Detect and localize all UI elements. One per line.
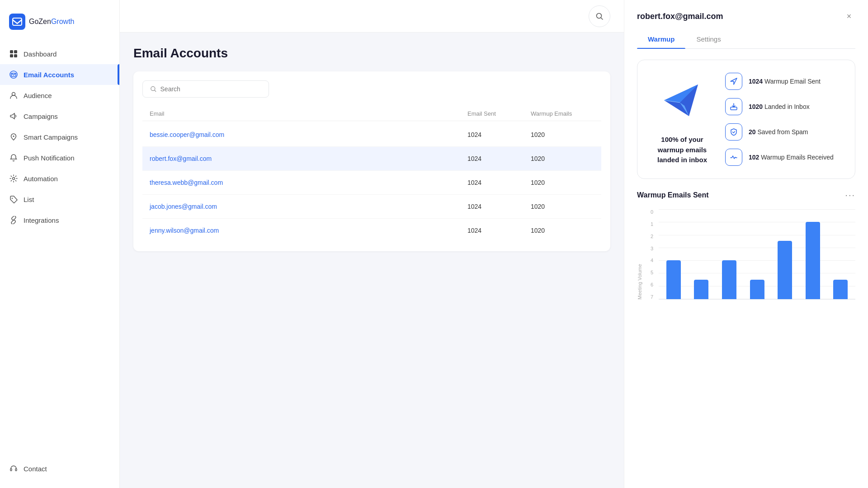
svg-point-14 (597, 13, 602, 18)
sidebar-item-smart-campaigns-label: Smart Campaigns (24, 133, 78, 141)
sidebar-item-smart-campaigns[interactable]: Smart Campaigns (0, 127, 119, 147)
chart-y-label: 4 (646, 258, 653, 263)
chart-bar (750, 280, 764, 299)
search-input[interactable] (160, 85, 261, 93)
table-row[interactable]: jacob.jones@gmail.com 1024 1020 (142, 195, 601, 219)
panel-body: 100% of your warmup emails landed in inb… (624, 49, 868, 488)
table-sent: 1024 (467, 203, 531, 210)
table-warmup: 1020 (531, 155, 594, 162)
table-warmup: 1020 (531, 131, 594, 138)
bar-col (802, 222, 824, 299)
svg-rect-3 (14, 50, 17, 53)
chart-y-label: 7 (646, 294, 653, 300)
headset-icon (9, 464, 18, 473)
sidebar-item-contact-label: Contact (24, 465, 47, 473)
table-header: Email Email Sent Warmup Emails (142, 107, 601, 121)
chart-y-axis-label: Meeting Volume (637, 209, 642, 300)
sidebar-bottom: Contact (0, 458, 119, 479)
sidebar-item-automation[interactable]: Automation (0, 168, 119, 189)
right-panel: robert.fox@gmail.com × Warmup Settings (624, 0, 868, 488)
table-sent: 1024 (467, 155, 531, 162)
bar-col (746, 280, 769, 299)
col-sent: Email Sent (467, 110, 531, 117)
warmup-stats: 1024 Warmup Email Sent 1020 Landed in In… (725, 73, 844, 166)
svg-point-11 (12, 198, 13, 199)
table-row[interactable]: bessie.cooper@gmail.com 1024 1020 (142, 123, 601, 147)
sidebar-item-email-accounts-label: Email Accounts (24, 71, 74, 79)
chart-y-axis: 76543210 (646, 209, 653, 300)
sidebar-item-contact[interactable]: Contact (0, 458, 119, 479)
table-row[interactable]: theresa.webb@gmail.com 1024 1020 (142, 171, 601, 195)
tab-settings[interactable]: Settings (685, 30, 731, 48)
chart-gridline (659, 248, 855, 248)
chart-y-label: 1 (646, 221, 653, 227)
sidebar-item-dashboard[interactable]: Dashboard (0, 43, 119, 64)
table-sent: 1024 (467, 131, 531, 138)
panel-header: robert.fox@gmail.com × (624, 0, 868, 23)
table-row[interactable]: jenny.wilson@gmail.com 1024 1020 (142, 219, 601, 242)
search-bar-icon (150, 85, 157, 93)
chart-bar (833, 280, 848, 299)
stat-received-text: 102 Warmup Emails Received (749, 154, 834, 161)
sidebar-item-dashboard-label: Dashboard (24, 50, 57, 58)
sidebar-item-email-accounts[interactable]: Email Accounts (0, 64, 119, 85)
chart-y-label: 3 (646, 246, 653, 251)
table-warmup: 1020 (531, 179, 594, 186)
warmup-left: 100% of your warmup emails landed in inb… (648, 73, 716, 165)
sidebar-item-push-notification-label: Push Notification (24, 154, 75, 162)
bar-col (774, 241, 796, 299)
sidebar-item-list[interactable]: List (0, 189, 119, 210)
search-bar[interactable] (142, 80, 269, 98)
tag-icon (9, 195, 18, 204)
chart-gridline (659, 273, 855, 273)
stat-inbox-text: 1020 Landed in Inbox (749, 103, 810, 110)
top-search-button[interactable] (589, 5, 610, 27)
sidebar-item-integrations[interactable]: Integrations (0, 210, 119, 230)
table-row[interactable]: robert.fox@gmail.com 1024 1020 (142, 147, 601, 171)
svg-rect-12 (10, 469, 12, 471)
rocket-icon (9, 132, 18, 141)
sidebar-item-campaigns-label: Campaigns (24, 113, 58, 120)
chart-y-label: 6 (646, 282, 653, 287)
sidebar-item-push-notification[interactable]: Push Notification (0, 147, 119, 168)
bar-col (718, 260, 741, 299)
sidebar-item-automation-label: Automation (24, 175, 58, 183)
svg-rect-20 (731, 107, 737, 110)
chart-gridline (659, 222, 855, 222)
sidebar-item-audience[interactable]: Audience (0, 85, 119, 106)
main-content: Email Accounts Email Email Sent Warmup E… (120, 0, 624, 488)
chart-bar (666, 260, 681, 299)
page-body: Email Accounts Email Email Sent Warmup E… (120, 33, 624, 488)
chart-y-label: 5 (646, 270, 653, 275)
col-warmup: Warmup Emails (531, 110, 594, 117)
table-email: robert.fox@gmail.com (150, 155, 467, 162)
table-email: bessie.cooper@gmail.com (150, 131, 467, 138)
person-icon (9, 91, 18, 100)
chart-y-label: 2 (646, 234, 653, 239)
stat-received: 102 Warmup Emails Received (725, 149, 844, 166)
sidebar-item-campaigns[interactable]: Campaigns (0, 106, 119, 127)
svg-point-9 (13, 136, 14, 137)
svg-point-10 (13, 178, 15, 180)
svg-rect-4 (10, 54, 13, 57)
chart-bar (806, 222, 820, 299)
chart-menu-button[interactable]: ··· (845, 190, 855, 200)
bar-col (829, 280, 852, 299)
stat-inbox: 1020 Landed in Inbox (725, 98, 844, 115)
logo-icon (9, 14, 25, 30)
inbox-down-icon (725, 98, 742, 115)
link-icon (9, 216, 18, 225)
table-warmup: 1020 (531, 227, 594, 234)
chart-bars (659, 209, 855, 300)
send-icon (725, 73, 742, 90)
shield-check-icon (725, 123, 742, 141)
tab-warmup[interactable]: Warmup (637, 30, 685, 48)
page-title: Email Accounts (133, 46, 610, 61)
panel-close-button[interactable]: × (843, 10, 855, 23)
bar-col (662, 260, 685, 299)
chart-title: Warmup Emails Sent (637, 191, 709, 199)
sidebar-item-integrations-label: Integrations (24, 216, 59, 224)
table-container: Email Email Sent Warmup Emails bessie.co… (133, 71, 610, 251)
svg-rect-13 (15, 469, 17, 471)
chart-gridline (659, 260, 855, 261)
